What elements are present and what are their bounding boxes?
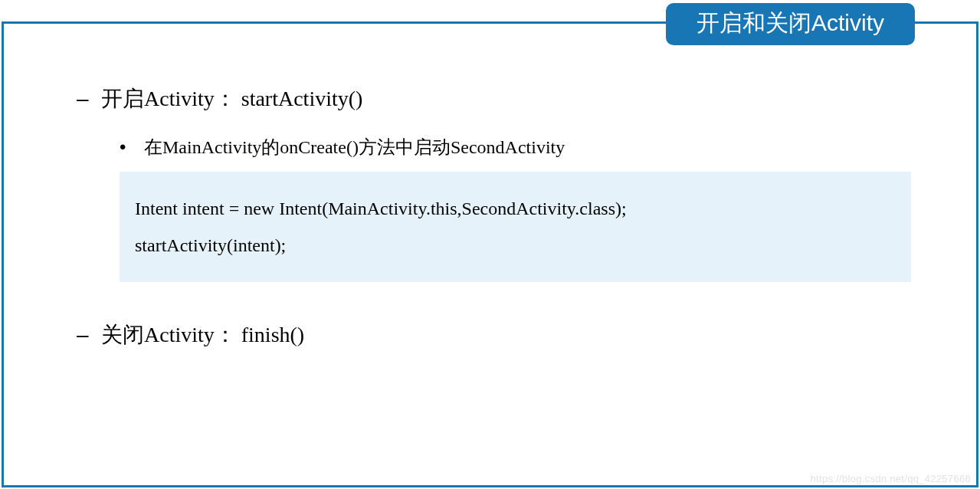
code-line-start: startActivity(intent); xyxy=(135,227,896,264)
slide-title-text: 开启和关闭Activity xyxy=(696,10,884,35)
dash-icon: – xyxy=(77,87,101,111)
code-line-intent: Intent intent = new Intent(MainActivity.… xyxy=(135,190,896,227)
dash-icon: – xyxy=(77,323,101,347)
watermark-text: https://blog.csdn.net/qq_42257666 xyxy=(811,473,971,484)
open-activity-heading: 开启Activity： startActivity() xyxy=(101,84,362,113)
sub-bullet-oncreate: • 在MainActivity的onCreate()方法中启动SecondAct… xyxy=(120,135,911,159)
oncreate-subheading: 在MainActivity的onCreate()方法中启动SecondActiv… xyxy=(144,135,565,159)
code-block: Intent intent = new Intent(MainActivity.… xyxy=(120,172,911,282)
close-activity-heading: 关闭Activity： finish() xyxy=(101,320,304,350)
slide-content: – 开启Activity： startActivity() • 在MainAct… xyxy=(77,84,911,371)
dot-icon: • xyxy=(120,136,144,158)
bullet-close-activity: – 关闭Activity： finish() xyxy=(77,320,911,350)
bullet-open-activity: – 开启Activity： startActivity() xyxy=(77,84,911,113)
slide-title-banner: 开启和关闭Activity xyxy=(666,3,915,45)
